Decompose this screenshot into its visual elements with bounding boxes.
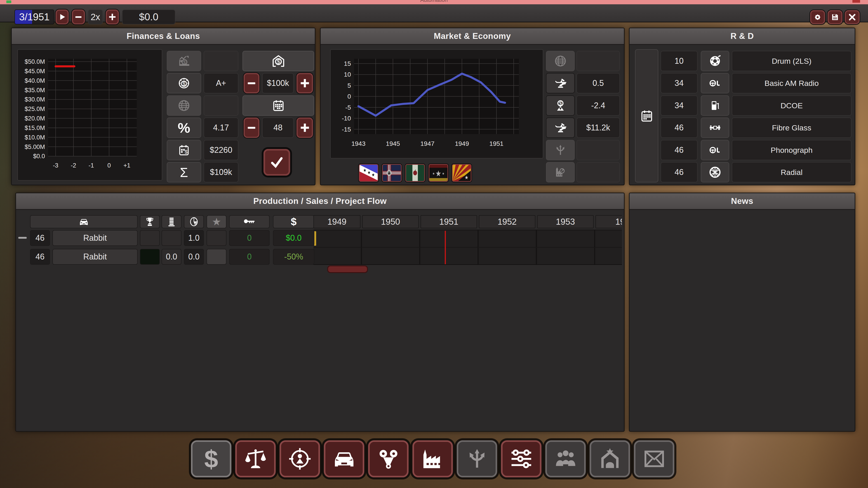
toolbar-marketing-button[interactable] — [280, 440, 320, 477]
calendar-icon — [640, 109, 654, 123]
rnd-project[interactable]: Radial — [732, 162, 851, 182]
calendar-icon — [272, 99, 285, 112]
column-header-share — [184, 215, 204, 228]
loan-term-button[interactable] — [243, 95, 314, 116]
take-loan-button[interactable]: $ — [243, 51, 314, 71]
model-name[interactable]: Rabbit — [53, 249, 137, 265]
timeline: 1949 1950 1951 1952 1953 19 — [313, 215, 622, 266]
svg-text:-1: -1 — [89, 162, 94, 169]
rnd-project[interactable]: Fibre Glass — [732, 118, 851, 138]
loan-term-plus-button[interactable] — [297, 118, 313, 138]
svg-text:$35.0M: $35.0M — [25, 87, 45, 94]
plus-icon — [108, 13, 117, 21]
window-titlebar[interactable]: Automation — [0, 0, 868, 4]
toolbar-personnel-button[interactable] — [545, 440, 586, 477]
rnd-schedule-strip[interactable] — [635, 49, 658, 182]
toolbar-car-design-button[interactable] — [324, 440, 364, 477]
loan-amount-minus-button[interactable] — [244, 73, 259, 93]
play-button[interactable] — [56, 9, 69, 24]
svg-text:★: ★ — [432, 172, 435, 175]
rnd-progress: 10 — [660, 51, 698, 71]
rnd-project[interactable]: Drum (2LS) — [732, 51, 851, 71]
model-trim-year: 46 — [30, 230, 50, 246]
toolbar-engine-design-button[interactable] — [368, 440, 409, 477]
share-cell: 1.0 — [184, 230, 204, 246]
year-header: 1952 — [479, 215, 535, 228]
confirm-loan-button[interactable] — [264, 149, 290, 176]
credit-rating-icon: $ — [167, 73, 201, 93]
star-icon: ★ — [212, 216, 221, 228]
svg-text:★: ★ — [465, 175, 468, 180]
svg-text:$40.0M: $40.0M — [25, 77, 45, 84]
toolbar-loans-button[interactable] — [235, 440, 276, 477]
svg-text:$: $ — [185, 149, 187, 155]
world-market-value — [204, 95, 239, 116]
anvil-icon[interactable] — [546, 73, 575, 93]
speed-up-button[interactable] — [106, 9, 119, 24]
loan-amount-field: $100k — [262, 73, 294, 93]
toolbar-factories-button[interactable] — [412, 440, 453, 477]
market-title: Market & Economy — [321, 28, 624, 45]
rnd-project[interactable]: DCOE — [732, 95, 851, 116]
save-icon — [831, 13, 839, 22]
rnd-project[interactable]: Basic AM Radio — [732, 73, 851, 93]
production-title: Production / Sales / Project Flow — [16, 193, 624, 210]
settings-button[interactable] — [810, 10, 825, 24]
speed-down-button[interactable] — [72, 9, 85, 24]
sigma-icon: Σ — [180, 165, 188, 180]
save-button[interactable] — [828, 10, 842, 24]
loan-term-minus-button[interactable] — [244, 118, 259, 138]
exit-button[interactable] — [845, 10, 860, 24]
key-icon — [243, 218, 256, 225]
share-cell: 0.0 — [184, 249, 204, 265]
star-cell — [207, 249, 226, 265]
engine-icon — [376, 447, 401, 471]
sales-cell: 0 — [229, 230, 270, 246]
timeline-scrollbar[interactable] — [327, 265, 368, 273]
year-header: 19 — [595, 215, 622, 228]
distribution-icon — [465, 447, 489, 470]
toolbar-mail-button[interactable] — [634, 440, 674, 477]
collapse-row-handle[interactable] — [18, 237, 27, 239]
fuel-system-icon — [701, 95, 729, 116]
finances-panel: Finances & Loans $50.0M$45.0M$40.0M$35.0… — [11, 28, 315, 185]
flag-rays-star[interactable]: ★ — [452, 164, 471, 182]
pie-chart-icon — [189, 217, 199, 227]
news-panel: News — [629, 192, 855, 432]
interior-icon — [701, 140, 729, 160]
loan-term-field: 48 — [262, 118, 294, 138]
buyer-money-icon[interactable]: $ — [546, 95, 575, 116]
toolbar-management-button[interactable] — [501, 440, 541, 477]
svg-text:$5.00M: $5.00M — [25, 144, 45, 150]
toolbar-distribution-button[interactable] — [457, 440, 497, 477]
globe-icon — [546, 51, 575, 71]
flag-stars-diagonal[interactable]: ★★★ — [359, 164, 378, 182]
flag-black-gold-star[interactable]: ★★★ — [429, 164, 448, 182]
game-screen: Automation 3/1951 2x $0.0 Finances & Loa… — [0, 0, 868, 488]
rnd-progress: 34 — [660, 73, 698, 93]
svg-text:★: ★ — [363, 168, 366, 173]
model-name[interactable]: Rabbit — [53, 230, 137, 246]
close-icon — [848, 13, 857, 22]
rnd-project[interactable]: Phonograph — [732, 140, 851, 160]
market-stat-4 — [577, 140, 620, 160]
flag-nordic-cross[interactable] — [382, 164, 402, 182]
flag-green-white[interactable] — [405, 164, 425, 182]
monthly-payment-icon: $ — [167, 140, 201, 160]
svg-text:★: ★ — [372, 172, 375, 177]
column-header-lines — [162, 215, 182, 228]
toolbar-dealership-button[interactable] — [590, 440, 630, 477]
rnd-progress: 46 — [660, 162, 698, 182]
loan-amount-plus-button[interactable] — [297, 73, 313, 93]
svg-text:$25.0M: $25.0M — [25, 105, 45, 112]
car-icon — [331, 448, 357, 470]
svg-text:1949: 1949 — [455, 140, 469, 147]
svg-text:★: ★ — [435, 169, 441, 178]
minus-icon — [247, 79, 256, 88]
people-icon — [553, 447, 578, 471]
anvil-icon[interactable] — [546, 118, 575, 138]
toolbar-finances-button[interactable]: $ — [191, 440, 231, 477]
market-stat-1: 0.5 — [577, 73, 620, 93]
check-icon — [269, 155, 284, 170]
model-trim-year: 46 — [30, 249, 50, 265]
